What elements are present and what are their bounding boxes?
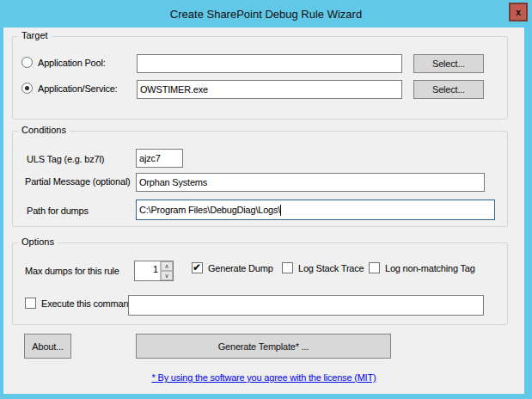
generate-template-button[interactable]: Generate Template* ... [136,334,391,359]
partial-message-value: Orphan Systems [139,177,207,187]
window-title: Create SharePoint Debug Rule Wizard [170,8,362,21]
application-service-input[interactable]: OWSTIMER.exe [137,80,402,99]
target-group: Target Application Pool: Select... Appli… [12,36,508,120]
radio-icon [21,57,33,68]
application-pool-radio[interactable]: Application Pool: [21,57,106,68]
chevron-down-icon [164,273,168,279]
application-service-value: OWSTIMER.exe [140,84,208,95]
log-non-matching-tag-checkbox[interactable]: Log non-matching Tag [369,262,475,273]
partial-message-label: Partial Message (optional) [25,176,131,187]
title-bar[interactable]: Create SharePoint Debug Rule Wizard [0,0,532,28]
close-icon: x [516,7,522,18]
spinner-down-button[interactable] [161,271,173,280]
options-group-label: Options [18,236,58,247]
wizard-window: Create SharePoint Debug Rule Wizard x Ta… [0,0,532,399]
log-stack-trace-label: Log Stack Trace [298,263,364,273]
dump-path-label: Path for dumps [27,206,89,216]
application-service-radio[interactable]: Application/Service: [21,83,118,94]
dialog-body: Target Application Pool: Select... Appli… [3,28,524,394]
max-dumps-label: Max dumps for this rule [25,266,119,276]
select-app-pool-button[interactable]: Select... [413,54,484,73]
checkbox-icon [25,298,36,309]
chevron-up-icon [164,263,168,269]
execute-command-label: Execute this command [41,298,133,309]
log-non-matching-tag-label: Log non-matching Tag [385,263,475,273]
execute-command-input[interactable] [128,295,484,316]
uls-tag-label: ULS Tag (e.g. bz7l) [27,154,104,164]
options-group: Options Max dumps for this rule 1 Genera… [12,242,508,325]
generate-dump-label: Generate Dump [208,263,273,273]
application-service-label: Application/Service: [38,83,118,94]
about-button[interactable]: About... [24,334,71,359]
conditions-group-label: Conditions [18,125,70,135]
close-button[interactable]: x [509,3,528,21]
checkbox-icon [192,262,203,273]
license-link[interactable]: * By using the software you agree with t… [152,372,376,383]
select-app-service-button[interactable]: Select... [413,80,484,99]
checkbox-icon [282,262,293,273]
log-stack-trace-checkbox[interactable]: Log Stack Trace [282,262,364,273]
max-dumps-stepper[interactable]: 1 [134,261,174,281]
license-row: * By using the software you agree with t… [3,369,524,384]
checkbox-icon [369,262,380,273]
execute-command-checkbox[interactable]: Execute this command [25,298,133,309]
dump-path-input[interactable]: C:\Program Files\DebugDiag\Logs\ [136,200,495,220]
uls-tag-input[interactable]: ajzc7 [136,149,183,168]
spinner-up-button[interactable] [161,261,173,271]
application-pool-input[interactable] [137,54,402,73]
partial-message-input[interactable]: Orphan Systems [136,173,485,192]
application-pool-label: Application Pool: [38,58,106,68]
max-dumps-value: 1 [135,261,160,280]
conditions-group: Conditions ULS Tag (e.g. bz7l) ajzc7 Par… [12,131,508,227]
generate-dump-checkbox[interactable]: Generate Dump [192,262,273,273]
dump-path-value: C:\Program Files\DebugDiag\Logs\ [139,205,280,215]
text-caret [280,205,281,216]
target-group-label: Target [18,30,52,40]
uls-tag-value: ajzc7 [139,153,161,163]
radio-icon [21,83,33,94]
